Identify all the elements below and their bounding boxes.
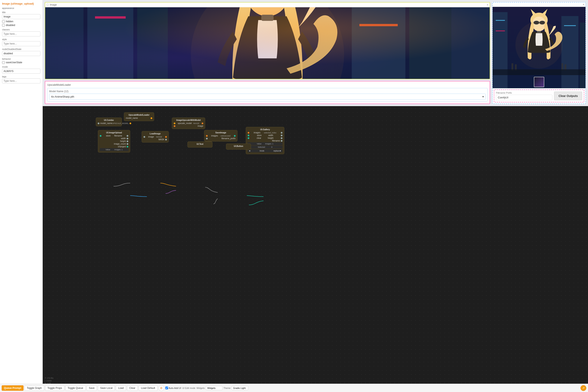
model-select[interactable]: 4x-AnimeSharp.pth ▾: [49, 94, 486, 100]
image-panel-header: ☐ Image ×: [45, 2, 490, 7]
svg-rect-2: [87, 7, 133, 79]
port-image-count: [127, 143, 128, 145]
image-panel: ☐ Image ×: [45, 2, 490, 79]
mode-input[interactable]: [2, 69, 40, 74]
toggle-graph-button[interactable]: Toggle Graph: [25, 385, 44, 391]
node-ui-button[interactable]: UI.Button: [226, 144, 251, 150]
port-combo-left: [98, 122, 99, 124]
load-button[interactable]: Load: [116, 385, 126, 391]
label-mode-val: replace: [273, 150, 280, 152]
label-filename-prefix: filename_prefix: [221, 137, 235, 140]
node-label-combo: model_name: [100, 122, 112, 124]
node-title-image-upload: UI.ImageUpload: [100, 132, 128, 134]
image-panel-close[interactable]: ×: [487, 3, 488, 6]
svg-rect-5: [409, 7, 451, 79]
toggle-props-button[interactable]: Toggle Props: [45, 385, 64, 391]
node-disabled-state-input[interactable]: [2, 51, 40, 56]
node-upscale-model-loader[interactable]: UpscaleModelLoader model_name: [124, 112, 154, 121]
node-row-changed: changed: [100, 146, 128, 148]
node-title-combo: UI.Combo: [98, 119, 120, 121]
label-gallery-clear: clear: [257, 137, 261, 139]
port-changed: [127, 146, 128, 148]
theme-input[interactable]: [232, 386, 248, 390]
save-user-state-checkbox[interactable]: [2, 61, 5, 64]
save-button[interactable]: Save: [87, 385, 97, 391]
port-gallery-filename: [281, 140, 282, 142]
svg-rect-0: [45, 7, 490, 79]
port-model-name: [151, 117, 152, 119]
ui-edit-mode-label: UI Edit mode: [182, 387, 196, 389]
node-title-ui-text: UI.Text: [189, 143, 211, 145]
port-upscale-left1: [174, 122, 175, 124]
port-load-image-left: [144, 136, 145, 138]
port-mask: [165, 139, 167, 140]
label-changed: changed: [118, 146, 126, 148]
node-value-upload: Value Images: 1: [100, 148, 128, 151]
mode-left-arrow[interactable]: ◄: [248, 150, 250, 152]
svg-rect-32: [496, 30, 505, 32]
mode-right-arrow[interactable]: ►: [279, 150, 281, 152]
extra-icon-button[interactable]: ↗: [580, 385, 586, 391]
node-row-mode: ◄ Mode replace ►: [248, 149, 282, 152]
chevron-down-icon: ▾: [482, 95, 484, 98]
save-local-button[interactable]: Save Local: [98, 385, 115, 391]
toggle-queue-button[interactable]: Toggle Queue: [65, 385, 86, 391]
sidebar-header: Image (ui/image_upload): [2, 2, 40, 5]
load-default-button[interactable]: Load Default: [139, 385, 157, 391]
widgets-input[interactable]: [206, 386, 222, 390]
filename-prefix-input[interactable]: [496, 95, 552, 100]
node-image-upscale[interactable]: ImageUpscaleWithModel upscale_model IMAG…: [172, 118, 205, 129]
svg-rect-4: [352, 7, 406, 79]
port-save-images-left: [206, 135, 208, 137]
node-ui-text[interactable]: UI.Text: [187, 142, 212, 148]
image-panel-title: Image: [50, 3, 57, 6]
node-title-upscale-model: ImageUpscaleWithModel: [174, 119, 203, 121]
label-upscale-model: upscale_model: [178, 122, 192, 124]
main-content: ☐ Image ×: [43, 0, 588, 392]
label-gallery-store: store: [257, 134, 261, 136]
node-row-load-image: image IMAGE: [144, 136, 167, 138]
port-height: [127, 140, 128, 142]
svg-point-14: [246, 7, 289, 16]
node-row-gallery-store: store width: [248, 134, 282, 136]
save-user-state-label: saveUserState: [6, 61, 22, 64]
stat-i: I: 21834: [45, 380, 56, 382]
style-input[interactable]: [2, 41, 40, 46]
svg-rect-18: [261, 15, 274, 21]
node-row-upscale1: upscale_model IMAGE: [174, 122, 203, 124]
graph-area[interactable]: UpscaleModelLoader model_name UI.Combo m…: [43, 106, 588, 392]
label-store: store: [106, 134, 111, 137]
file-icon: ☐: [47, 3, 49, 6]
label-image-count: image_count: [114, 143, 126, 145]
settings-icon-button[interactable]: ⚙: [158, 385, 164, 391]
clear-button[interactable]: Clear: [127, 385, 138, 391]
auto-add-ui-row: Auto-Add UI: [165, 386, 181, 389]
svg-rect-45: [493, 69, 585, 75]
label-image-in: image: [198, 125, 203, 127]
filename-prefix-group: Filename Prefix: [496, 92, 552, 100]
node-title-ui-button: UI.Button: [228, 145, 249, 147]
node-row-width: width: [100, 137, 128, 140]
port-combo-right: [130, 122, 131, 124]
clear-outputs-button[interactable]: Clear Outputs: [554, 92, 582, 100]
title-label: title: [2, 11, 40, 14]
svg-rect-3: [137, 7, 168, 79]
node-save-image[interactable]: SaveImage images onExecuted filename_pre…: [204, 130, 237, 142]
output-panel-header: ×: [493, 2, 585, 7]
disabled-checkbox[interactable]: [2, 24, 5, 27]
node-ui-combo[interactable]: UI.Combo model_name UPSCALE_MODEL: [96, 118, 122, 126]
classes-input[interactable]: [2, 32, 40, 36]
queue-prompt-button[interactable]: Queue Prompt: [2, 385, 24, 391]
appearance-label: appearance: [2, 7, 40, 9]
title-input[interactable]: [2, 14, 40, 19]
node-ui-gallery[interactable]: UI.Gallery images selected_index store w…: [246, 127, 284, 154]
tags-input[interactable]: [2, 78, 40, 84]
output-panel-close[interactable]: ×: [583, 3, 584, 6]
svg-point-24: [191, 7, 344, 79]
node-ui-image-upload[interactable]: UI.ImageUpload store filename width heig…: [98, 130, 130, 152]
hidden-checkbox[interactable]: [2, 20, 5, 23]
auto-add-checkbox[interactable]: [165, 386, 168, 389]
node-load-image[interactable]: LoadImage image IMAGE MASK: [142, 131, 169, 142]
svg-rect-10: [360, 24, 398, 26]
upscale-panel: UpscaleModelLoader Model Name (12) 4x-An…: [45, 81, 490, 104]
